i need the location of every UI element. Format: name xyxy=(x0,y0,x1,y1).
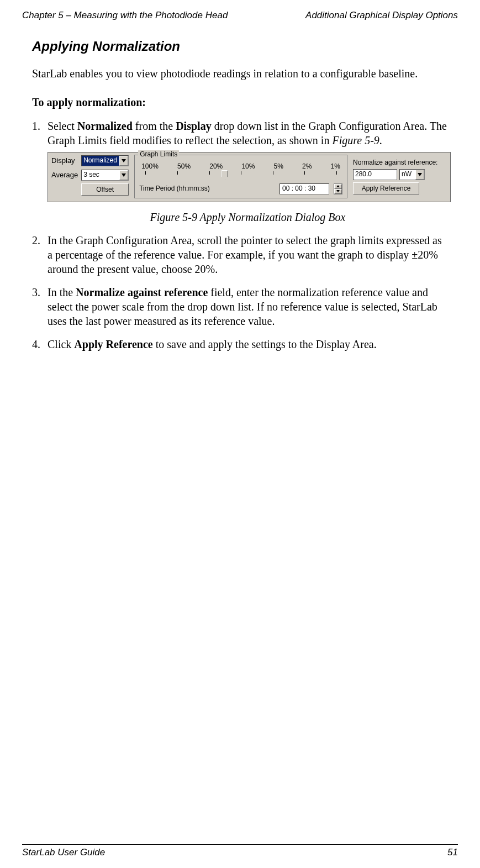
reference-value-input[interactable]: 280.0 xyxy=(353,169,397,180)
chevron-down-icon xyxy=(119,170,128,180)
spinner-down-icon[interactable] xyxy=(334,189,342,194)
step-3: In the Normalize against reference field… xyxy=(32,285,448,328)
step-4-text: Click xyxy=(48,338,74,350)
graph-limits-legend: Graph Limits xyxy=(138,150,179,159)
normalize-reference-label: Normalize against reference: xyxy=(353,159,447,167)
step-1-text: from the xyxy=(133,120,176,132)
display-dropdown[interactable]: Normalized xyxy=(81,155,129,166)
step-4-text: to save and apply the settings to the Di… xyxy=(153,338,377,350)
running-footer: StarLab User Guide 51 xyxy=(22,844,458,858)
display-label: Display xyxy=(51,156,78,166)
time-spinner[interactable] xyxy=(334,183,342,194)
step-2: In the Graph Configuration Area, scroll … xyxy=(32,233,448,276)
svg-marker-4 xyxy=(418,173,422,176)
footer-page-number: 51 xyxy=(447,847,458,858)
header-left: Chapter 5 – Measuring with the Photodiod… xyxy=(22,10,228,21)
offset-button[interactable]: Offset xyxy=(81,183,129,196)
figure-reference: Figure 5-9 xyxy=(332,134,379,146)
steps-list: Select Normalized from the Display drop … xyxy=(32,119,448,351)
spinner-up-icon[interactable] xyxy=(334,184,342,189)
step-3-bold: Normalize against reference xyxy=(76,286,208,298)
scale-20: 20% xyxy=(209,162,223,171)
time-period-input[interactable]: 00 : 00 : 30 xyxy=(279,183,329,194)
figure-caption: Figure 5-9 Apply Normalization Dialog Bo… xyxy=(48,210,448,224)
dialog-left-panel: Display Normalized Average 3 sec Offset xyxy=(51,155,129,198)
average-dropdown-value: 3 sec xyxy=(83,171,99,180)
instruction-lead: To apply normalization: xyxy=(32,96,448,109)
svg-marker-0 xyxy=(122,159,126,162)
reference-unit-value: nW xyxy=(402,170,412,179)
step-4: Click Apply Reference to save and apply … xyxy=(32,337,448,351)
intro-paragraph: StarLab enables you to view photodiode r… xyxy=(32,66,448,81)
step-1-bold-normalized: Normalized xyxy=(77,120,133,132)
svg-marker-2 xyxy=(336,185,340,187)
step-4-bold: Apply Reference xyxy=(74,338,152,350)
dialog-right-panel: Normalize against reference: 280.0 nW Ap… xyxy=(353,155,447,198)
step-1-text: . xyxy=(379,134,382,146)
normalization-dialog: Display Normalized Average 3 sec Offset … xyxy=(48,152,451,202)
apply-reference-button[interactable]: Apply Reference xyxy=(353,182,419,194)
graph-limits-slider[interactable] xyxy=(141,171,340,180)
section-title: Applying Normalization xyxy=(32,39,448,54)
time-period-label: Time Period (hh:mm:ss) xyxy=(139,185,210,193)
average-dropdown[interactable]: 3 sec xyxy=(81,170,129,181)
svg-marker-3 xyxy=(336,190,340,192)
time-period-row: Time Period (hh:mm:ss) 00 : 00 : 30 xyxy=(139,183,342,194)
scale-2: 2% xyxy=(302,162,312,171)
scale-1: 1% xyxy=(331,162,340,171)
reference-unit-dropdown[interactable]: nW xyxy=(399,169,425,180)
page-content: Applying Normalization StarLab enables y… xyxy=(22,39,458,351)
slider-thumb-icon[interactable] xyxy=(221,170,228,180)
scale-labels: 100% 50% 20% 10% 5% 2% 1% xyxy=(139,162,342,171)
graph-limits-group: Graph Limits 100% 50% 20% 10% 5% 2% 1% xyxy=(134,155,347,198)
display-dropdown-value: Normalized xyxy=(83,156,117,165)
step-1: Select Normalized from the Display drop … xyxy=(32,119,448,224)
scale-50: 50% xyxy=(177,162,191,171)
step-1-bold-display: Display xyxy=(176,120,211,132)
average-label: Average xyxy=(51,171,78,180)
scale-100: 100% xyxy=(141,162,159,171)
svg-marker-1 xyxy=(122,173,126,177)
header-right: Additional Graphical Display Options xyxy=(305,10,458,21)
chevron-down-icon xyxy=(415,170,424,180)
running-header: Chapter 5 – Measuring with the Photodiod… xyxy=(22,10,458,21)
scale-10: 10% xyxy=(241,162,255,171)
step-3-text: In the xyxy=(48,286,76,298)
footer-left: StarLab User Guide xyxy=(22,847,105,858)
scale-5: 5% xyxy=(274,162,283,171)
step-1-text: Select xyxy=(48,120,77,132)
chevron-down-icon xyxy=(119,156,128,166)
